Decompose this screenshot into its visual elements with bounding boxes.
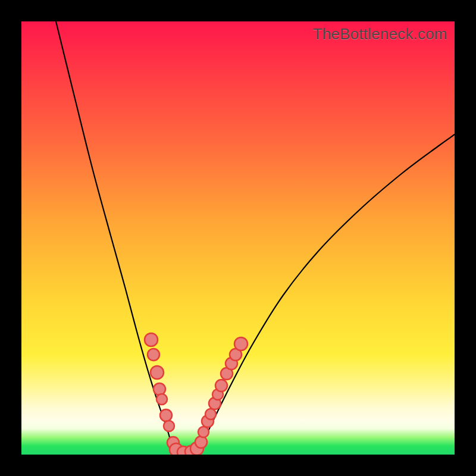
- data-dot: [164, 421, 174, 431]
- data-dot: [160, 409, 172, 421]
- data-dot: [145, 333, 158, 346]
- data-dot: [154, 383, 165, 395]
- curve-right-branch: [195, 134, 455, 451]
- data-dot: [198, 427, 209, 437]
- data-dot: [195, 436, 207, 448]
- data-dot: [156, 394, 167, 405]
- data-dot: [148, 349, 159, 361]
- chart-frame: TheBottleneck.com: [0, 0, 476, 476]
- data-dot: [151, 366, 164, 379]
- data-dot: [215, 380, 227, 392]
- data-dot: [234, 337, 248, 350]
- data-dot: [205, 409, 216, 419]
- plot-area: TheBottleneck.com: [21, 21, 455, 455]
- dots-group: [145, 333, 248, 455]
- curves-svg: [21, 21, 455, 455]
